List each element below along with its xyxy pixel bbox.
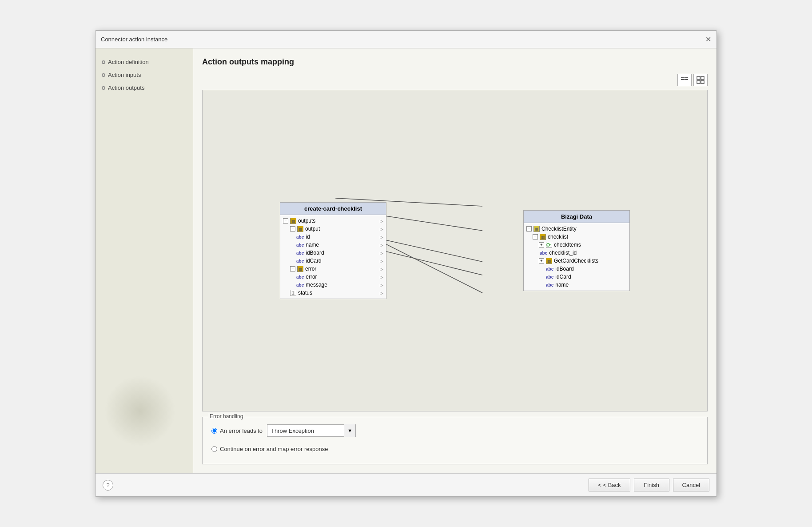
dialog-footer: ? < < Back Finish Cancel bbox=[96, 473, 716, 496]
tree-row: − ▦ output ▷ bbox=[280, 225, 386, 233]
table-icon: ▦ bbox=[297, 226, 303, 232]
grid-icon bbox=[697, 76, 705, 84]
expand-icon[interactable]: − bbox=[526, 226, 532, 232]
radio-label-1[interactable]: An error leads to bbox=[211, 427, 263, 434]
footer-right: < < Back Finish Cancel bbox=[589, 479, 709, 491]
svg-rect-9 bbox=[701, 80, 704, 84]
radio-label-2[interactable]: Continue on error and map error response bbox=[211, 446, 328, 452]
svg-rect-2 bbox=[685, 77, 688, 78]
tree-row: − ▦ error ▷ bbox=[280, 265, 386, 273]
tree-label: outputs bbox=[298, 218, 315, 224]
expand-icon[interactable]: − bbox=[290, 226, 295, 232]
tree-label: status bbox=[298, 290, 312, 296]
tree-label: error bbox=[306, 274, 317, 280]
tree-row: abc name ▷ bbox=[280, 241, 386, 249]
tree-label: checkItems bbox=[554, 242, 581, 248]
tree-row: − ▦ outputs ▷ bbox=[280, 217, 386, 225]
tree-label: idCard bbox=[306, 258, 321, 264]
svg-point-15 bbox=[547, 244, 549, 246]
arrow-out: ▷ bbox=[380, 251, 383, 256]
expand-icon[interactable]: − bbox=[290, 266, 295, 271]
abc-icon: abc bbox=[546, 267, 553, 271]
sidebar-label-action-outputs: Action outputs bbox=[108, 84, 144, 91]
svg-rect-3 bbox=[685, 79, 688, 80]
svg-rect-7 bbox=[701, 76, 704, 80]
radio-continue-on-error[interactable] bbox=[211, 446, 217, 452]
left-tree: create-card-checklist − ▦ outputs ▷ bbox=[280, 202, 386, 299]
sidebar-item-action-outputs[interactable]: Action outputs bbox=[100, 83, 188, 92]
finish-button[interactable]: Finish bbox=[634, 479, 669, 491]
close-button[interactable]: ✕ bbox=[705, 36, 711, 43]
tree-row: abc idCard ▷ bbox=[280, 257, 386, 265]
arrow-out: ▷ bbox=[380, 275, 383, 279]
expand-icon[interactable]: − bbox=[283, 218, 288, 224]
tree-row: abc checklist_id bbox=[524, 249, 629, 257]
sidebar-item-action-inputs[interactable]: Action inputs bbox=[100, 70, 188, 80]
right-tree: Bizagi Data − ▦ ChecklistEntity − bbox=[523, 210, 630, 291]
expand-icon[interactable]: − bbox=[533, 234, 538, 240]
abc-icon: abc bbox=[296, 283, 304, 287]
sidebar-label-action-inputs: Action inputs bbox=[108, 72, 141, 78]
sidebar-item-action-definition[interactable]: Action definition bbox=[100, 57, 188, 67]
arrow-out: ▷ bbox=[380, 227, 383, 232]
help-button[interactable]: ? bbox=[103, 480, 113, 491]
sidebar-dot bbox=[102, 73, 105, 77]
sidebar-dot bbox=[102, 60, 105, 64]
tree-label: checklist_id bbox=[549, 250, 577, 256]
mapping-icon bbox=[681, 76, 689, 84]
num-icon: 1 bbox=[290, 290, 296, 296]
grid-view-button[interactable] bbox=[693, 74, 708, 86]
tree-row: abc id ▷ bbox=[280, 233, 386, 241]
tree-row: + checkItems bbox=[524, 241, 629, 249]
error-handling-section: Error handling An error leads to Throw E… bbox=[202, 417, 708, 464]
radio-text-2: Continue on error and map error response bbox=[220, 446, 328, 452]
tree-label: ChecklistEntity bbox=[541, 226, 577, 232]
arrow-out: ▷ bbox=[380, 267, 383, 271]
dropdown-arrow-icon[interactable]: ▼ bbox=[344, 424, 355, 437]
table-icon: ▦ bbox=[546, 258, 552, 264]
mapping-area: create-card-checklist − ▦ outputs ▷ bbox=[202, 90, 708, 411]
table-icon: ▦ bbox=[297, 266, 303, 272]
expand-icon[interactable]: + bbox=[539, 258, 544, 264]
radio-group: An error leads to Throw Exception ▼ Cont… bbox=[211, 424, 698, 457]
error-row-1: An error leads to Throw Exception ▼ bbox=[211, 424, 698, 437]
tree-row: − ▦ ChecklistEntity bbox=[524, 225, 629, 233]
tree-label: checklist bbox=[548, 234, 568, 240]
dropdown-value: Throw Exception bbox=[267, 427, 344, 434]
right-tree-header: Bizagi Data bbox=[524, 211, 629, 223]
mapping-wrapper: create-card-checklist − ▦ outputs ▷ bbox=[211, 157, 698, 344]
toolbar bbox=[202, 74, 708, 86]
sidebar-dot bbox=[102, 86, 105, 90]
dialog-title: Connector action instance bbox=[101, 36, 167, 43]
radio-error-leads-to[interactable] bbox=[211, 428, 217, 434]
throw-exception-dropdown[interactable]: Throw Exception ▼ bbox=[267, 424, 356, 437]
tree-row: abc name bbox=[524, 281, 629, 289]
tree-row: abc message ▷ bbox=[280, 281, 386, 289]
table-icon: ▦ bbox=[540, 234, 546, 240]
tree-row: abc idBoard bbox=[524, 265, 629, 273]
arrow-out: ▷ bbox=[380, 235, 383, 240]
error-row-2: Continue on error and map error response bbox=[211, 446, 698, 452]
main-content: Action outputs mapping bbox=[193, 48, 716, 473]
arrow-out: ▷ bbox=[380, 243, 383, 248]
cancel-button[interactable]: Cancel bbox=[673, 479, 709, 491]
arrow-out: ▷ bbox=[380, 291, 383, 295]
abc-icon: abc bbox=[296, 259, 304, 264]
arrow-out: ▷ bbox=[380, 259, 383, 264]
tree-label: message bbox=[306, 282, 327, 288]
radio-text-1: An error leads to bbox=[220, 427, 263, 434]
link-icon bbox=[546, 242, 552, 248]
svg-rect-1 bbox=[681, 79, 684, 80]
page-title: Action outputs mapping bbox=[202, 57, 708, 67]
abc-icon: abc bbox=[296, 235, 304, 240]
dialog-titlebar: Connector action instance ✕ bbox=[96, 31, 716, 48]
expand-icon[interactable]: + bbox=[539, 242, 544, 248]
back-button[interactable]: < < Back bbox=[589, 479, 630, 491]
tree-label: output bbox=[305, 226, 320, 232]
tree-label: idCard bbox=[555, 274, 571, 280]
tree-row: + ▦ GetCardChecklists bbox=[524, 257, 629, 265]
mapping-view-button[interactable] bbox=[677, 74, 692, 86]
tree-row: 1 status ▷ bbox=[280, 289, 386, 297]
arrow-out: ▷ bbox=[380, 219, 383, 224]
tree-row: abc error ▷ bbox=[280, 273, 386, 281]
